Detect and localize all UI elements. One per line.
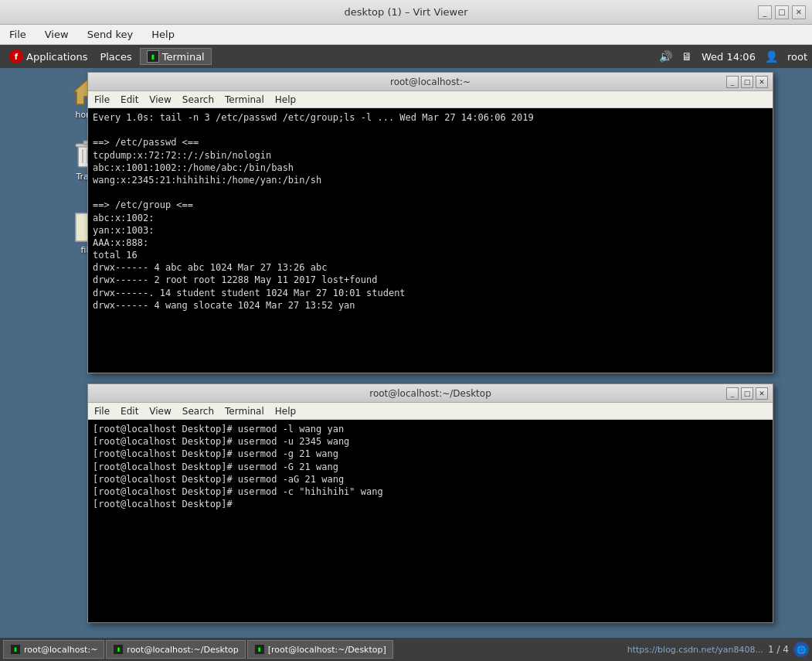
gnome-top-panel: f Applications Places ▮ Terminal 🔊 🖥 Wed…: [0, 45, 812, 68]
term-line-11: total 16: [93, 249, 768, 261]
term-top-controls: _ □ ✕: [726, 76, 768, 88]
term-line-15: drwx------ 4 wang slocate 1024 Mar 27 13…: [93, 299, 768, 312]
term-top-minimize[interactable]: _: [726, 76, 739, 88]
menu-file[interactable]: File: [3, 27, 32, 42]
menu-view[interactable]: View: [39, 27, 75, 42]
fedora-icon: f: [9, 49, 23, 63]
term-line-7: ==> /etc/group <==: [93, 199, 768, 211]
term-top-menu-view[interactable]: View: [146, 94, 174, 106]
task-btn-0[interactable]: ▮ root@localhost:~: [3, 640, 104, 659]
terminal-panel-icon: ▮: [147, 50, 159, 63]
virt-viewer-title-bar: desktop (1) – Virt Viewer _ □ ✕: [0, 0, 812, 25]
user-label: root: [787, 51, 807, 63]
task-page: 1 / 4: [768, 644, 789, 655]
term-b-line-6: [root@localhost Desktop]#: [93, 498, 768, 510]
task-label-2: [root@localhost:~/Desktop]: [268, 645, 386, 655]
task-url: https://blog.csdn.net/yan8408...: [627, 645, 763, 655]
term-bottom-menu-view[interactable]: View: [146, 405, 174, 417]
term-line-5: wang:x:2345:21:hihihihi:/home/yan:/bin/s…: [93, 174, 768, 186]
title-bar-controls: _ □ ✕: [758, 5, 806, 19]
task-label-0: root@localhost:~: [24, 645, 97, 655]
task-btn-2[interactable]: ▮ [root@localhost:~/Desktop]: [247, 640, 393, 659]
term-bottom-menu-terminal[interactable]: Terminal: [222, 405, 267, 417]
term-b-line-1: [root@localhost Desktop]# usermod -u 234…: [93, 435, 768, 448]
term-b-line-4: [root@localhost Desktop]# usermod -aG 21…: [93, 473, 768, 486]
term-bottom-menu-search[interactable]: Search: [179, 405, 217, 417]
term-top-title: root@localhost:~: [390, 77, 471, 87]
term-top-title-bar: root@localhost:~ _ □ ✕: [88, 73, 773, 91]
applications-label: Applications: [26, 51, 87, 63]
virt-viewer-menu-bar: File View Send key Help: [0, 25, 812, 45]
term-line-12: drwx------ 4 abc abc 1024 Mar 27 13:26 a…: [93, 261, 768, 274]
term-top-close[interactable]: ✕: [756, 76, 768, 88]
task-icon-2: ▮: [254, 644, 265, 655]
term-top-menu: File Edit View Search Terminal Help: [88, 91, 773, 108]
term-line-3: tcpdump:x:72:72::/:/sbin/nologin: [93, 149, 768, 162]
taskbar-right: https://blog.csdn.net/yan8408... 1 / 4 🌐: [627, 642, 809, 657]
term-line-2: ==> /etc/passwd <==: [93, 136, 768, 148]
task-icon-0: ▮: [10, 644, 21, 655]
term-top-menu-help[interactable]: Help: [272, 94, 299, 106]
applications-menu[interactable]: f Applications: [5, 48, 92, 65]
term-top-menu-edit[interactable]: Edit: [117, 94, 141, 106]
term-bottom-title-bar: root@localhost:~/Desktop _ □ ✕: [88, 384, 773, 403]
panel-right: 🔊 🖥 Wed 14:06 👤 root: [659, 50, 807, 63]
term-b-line-5: [root@localhost Desktop]# usermod -c "hi…: [93, 486, 768, 498]
volume-icon[interactable]: 🔊: [659, 50, 672, 63]
term-bottom-title: root@localhost:~/Desktop: [369, 388, 491, 399]
user-icon[interactable]: 👤: [765, 50, 778, 63]
term-top-menu-terminal[interactable]: Terminal: [222, 94, 267, 106]
taskbar: ▮ root@localhost:~ ▮ root@localhost:~/De…: [0, 638, 812, 661]
desktop: home Trash file root@localhost:~: [0, 68, 812, 638]
menu-sendkey[interactable]: Send key: [81, 27, 140, 42]
term-line-14: drwx------. 14 student student 1024 Mar …: [93, 287, 768, 299]
term-bottom-menu-file[interactable]: File: [91, 405, 113, 417]
maximize-button[interactable]: □: [775, 5, 789, 19]
term-b-line-0: [root@localhost Desktop]# usermod -l wan…: [93, 423, 768, 435]
task-btn-1[interactable]: ▮ root@localhost:~/Desktop: [106, 640, 245, 659]
virt-viewer-title: desktop (1) – Virt Viewer: [344, 6, 467, 18]
term-bottom-minimize[interactable]: _: [726, 387, 739, 400]
term-bottom-menu-edit[interactable]: Edit: [117, 405, 141, 417]
places-menu[interactable]: Places: [95, 49, 136, 64]
term-line-1: [93, 124, 768, 136]
term-b-line-2: [root@localhost Desktop]# usermod -g 21 …: [93, 448, 768, 460]
term-line-8: abc:x:1002:: [93, 212, 768, 224]
term-bottom-menu-help[interactable]: Help: [272, 405, 299, 417]
term-top-menu-file[interactable]: File: [91, 94, 113, 106]
task-label-1: root@localhost:~/Desktop: [127, 645, 238, 655]
term-bottom-close[interactable]: ✕: [756, 387, 768, 400]
term-b-line-3: [root@localhost Desktop]# usermod -G 21 …: [93, 461, 768, 473]
terminal-window-top: root@localhost:~ _ □ ✕ File Edit View Se…: [87, 72, 773, 373]
menu-help[interactable]: Help: [145, 27, 181, 42]
term-top-maximize[interactable]: □: [741, 76, 753, 88]
clock: Wed 14:06: [702, 51, 756, 63]
task-earth-icon[interactable]: 🌐: [793, 642, 809, 657]
term-bottom-maximize[interactable]: □: [741, 387, 753, 400]
minimize-button[interactable]: _: [758, 5, 772, 19]
term-line-0: Every 1.0s: tail -n 3 /etc/passwd /etc/g…: [93, 111, 768, 124]
term-line-9: yan:x:1003:: [93, 224, 768, 237]
terminal-panel-btn[interactable]: ▮ Terminal: [140, 48, 212, 65]
terminal-window-bottom: root@localhost:~/Desktop _ □ ✕ File Edit…: [87, 383, 773, 623]
term-bottom-controls: _ □ ✕: [726, 387, 768, 400]
term-top-menu-search[interactable]: Search: [179, 94, 217, 106]
term-line-13: drwx------ 2 root root 12288 May 11 2017…: [93, 274, 768, 286]
term-bottom-body: [root@localhost Desktop]# usermod -l wan…: [88, 420, 773, 622]
display-icon[interactable]: 🖥: [681, 50, 692, 63]
term-line-6: [93, 186, 768, 199]
terminal-panel-label: Terminal: [162, 51, 205, 63]
task-icon-1: ▮: [113, 644, 124, 655]
term-line-4: abc:x:1001:1002::/home/abc:/bin/bash: [93, 162, 768, 174]
term-bottom-menu: File Edit View Search Terminal Help: [88, 403, 773, 420]
term-line-10: AAA:x:888:: [93, 237, 768, 249]
close-button[interactable]: ✕: [792, 5, 806, 19]
term-top-body: Every 1.0s: tail -n 3 /etc/passwd /etc/g…: [88, 108, 773, 373]
